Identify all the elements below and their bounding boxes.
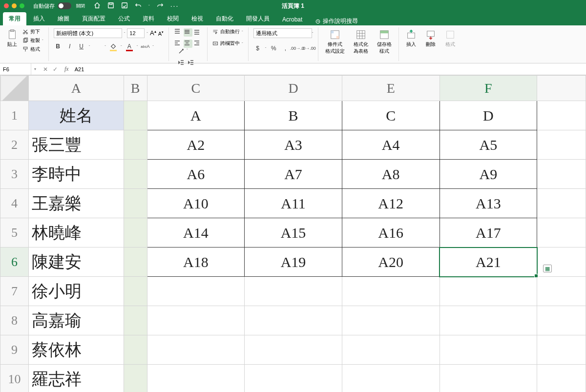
cell[interactable]: A (147, 101, 245, 130)
row-header[interactable]: 2 (0, 130, 29, 160)
cancel-formula-icon[interactable]: ✕ (43, 66, 48, 73)
wrap-text-button[interactable]: 自動換行ˇ (212, 28, 243, 35)
undo-icon[interactable] (135, 2, 142, 10)
format-painter-button[interactable]: 格式 (22, 46, 43, 53)
cell[interactable] (537, 277, 586, 306)
cell[interactable] (124, 189, 147, 218)
tab-view[interactable]: 檢視 (186, 12, 209, 25)
name-box[interactable]: F6 (0, 63, 31, 75)
cell[interactable] (245, 365, 342, 392)
more-icon[interactable]: ··· (170, 2, 179, 10)
cell[interactable] (245, 335, 342, 365)
cell[interactable]: 李時中 (28, 160, 124, 189)
align-bottom-icon[interactable] (193, 28, 202, 37)
align-top-icon[interactable] (174, 28, 183, 37)
cell[interactable] (124, 160, 147, 189)
tab-automate[interactable]: 自動化 (210, 12, 239, 25)
select-all-corner[interactable] (0, 76, 29, 101)
cell[interactable]: 高嘉瑜 (28, 306, 124, 335)
cell[interactable] (124, 335, 147, 365)
cell[interactable]: 張三豐 (28, 130, 124, 160)
currency-button[interactable]: $ (253, 44, 262, 53)
cell[interactable] (147, 277, 245, 306)
cell[interactable] (124, 218, 147, 248)
cell[interactable] (124, 306, 147, 335)
row-header[interactable]: 7 (0, 277, 29, 306)
cell[interactable] (440, 306, 537, 335)
row-header[interactable]: 3 (0, 160, 29, 189)
cell[interactable]: A13 (440, 189, 537, 218)
percent-button[interactable]: % (269, 44, 278, 53)
cell[interactable]: 羅志祥 (28, 365, 124, 392)
col-header-G[interactable] (537, 76, 586, 101)
cell[interactable] (147, 335, 245, 365)
decrease-decimal-icon[interactable]: .0→.00 (304, 44, 313, 53)
cell[interactable]: A17 (440, 218, 537, 248)
font-size-select[interactable] (127, 28, 145, 38)
autofill-options-icon[interactable]: ▦ (543, 265, 552, 272)
cell[interactable]: A11 (245, 189, 342, 218)
cell[interactable] (124, 365, 147, 392)
tab-developer[interactable]: 開發人員 (240, 12, 275, 25)
font-name-select[interactable] (54, 28, 122, 38)
cell[interactable]: A9 (440, 160, 537, 189)
tab-formulas[interactable]: 公式 (112, 12, 136, 25)
undo-dropdown-icon[interactable]: ˇ (148, 4, 150, 8)
cell[interactable] (124, 277, 147, 306)
align-left-icon[interactable] (174, 40, 183, 48)
italic-button[interactable]: I (65, 42, 74, 51)
cell[interactable] (245, 306, 342, 335)
increase-decimal-icon[interactable]: .00→.0 (293, 44, 301, 53)
cell[interactable] (124, 130, 147, 160)
confirm-formula-icon[interactable]: ✓ (53, 66, 58, 73)
cell[interactable]: 徐小明 (28, 277, 124, 306)
number-format-select[interactable] (253, 28, 312, 38)
cell[interactable] (124, 101, 147, 130)
cell[interactable] (537, 306, 586, 335)
insert-cells-button[interactable]: 插入 (404, 28, 419, 49)
underline-button[interactable]: U (77, 42, 86, 51)
cell[interactable] (342, 277, 440, 306)
row-header[interactable]: 4 (0, 189, 29, 218)
cell[interactable]: 陳建安 (28, 248, 124, 277)
delete-cells-button[interactable]: 刪除 (423, 28, 438, 49)
cell[interactable]: A10 (147, 189, 245, 218)
autosave-toggle[interactable]: 自動儲存 關閉 (33, 2, 85, 10)
cell[interactable] (440, 277, 537, 306)
namebox-dropdown-icon[interactable]: ▾ (31, 67, 39, 71)
col-header-C[interactable]: C (147, 76, 245, 101)
cell[interactable]: A4 (342, 130, 440, 160)
col-header-F[interactable]: F (440, 76, 537, 101)
cell[interactable] (147, 306, 245, 335)
format-cells-button[interactable]: 格式 (443, 28, 458, 49)
row-header[interactable]: 8 (0, 306, 29, 335)
col-header-E[interactable]: E (342, 76, 440, 101)
orientation-button[interactable] (178, 48, 185, 56)
align-right-icon[interactable] (193, 40, 202, 48)
decrease-font-icon[interactable]: A▾ (158, 30, 164, 37)
col-header-A[interactable]: A (28, 76, 124, 101)
cell[interactable]: 蔡依林 (28, 335, 124, 365)
col-header-D[interactable]: D (245, 76, 342, 101)
tab-draw[interactable]: 繪圖 (52, 12, 75, 25)
cell[interactable]: 王嘉樂 (28, 189, 124, 218)
cell[interactable] (537, 189, 586, 218)
save-icon[interactable] (107, 2, 114, 10)
cell[interactable] (440, 335, 537, 365)
cell[interactable]: 林曉峰 (28, 218, 124, 248)
paste-button[interactable]: 貼上 (5, 28, 20, 49)
cell[interactable]: A16 (342, 218, 440, 248)
cut-button[interactable]: 剪下 (22, 28, 43, 35)
row-header[interactable]: 6 (0, 248, 29, 277)
formula-input[interactable]: A21 (72, 66, 586, 72)
maximize-window-icon[interactable] (20, 3, 24, 8)
cell[interactable]: C (342, 101, 440, 130)
col-header-B[interactable]: B (124, 76, 147, 101)
align-center-icon[interactable] (184, 40, 192, 48)
cell[interactable] (537, 160, 586, 189)
cell-styles-button[interactable]: 儲存格 樣式 (375, 28, 394, 56)
cell[interactable]: 姓名 (28, 101, 124, 130)
row-header[interactable]: 1 (0, 101, 29, 130)
border-button[interactable] (93, 42, 102, 51)
cell[interactable] (537, 101, 586, 130)
